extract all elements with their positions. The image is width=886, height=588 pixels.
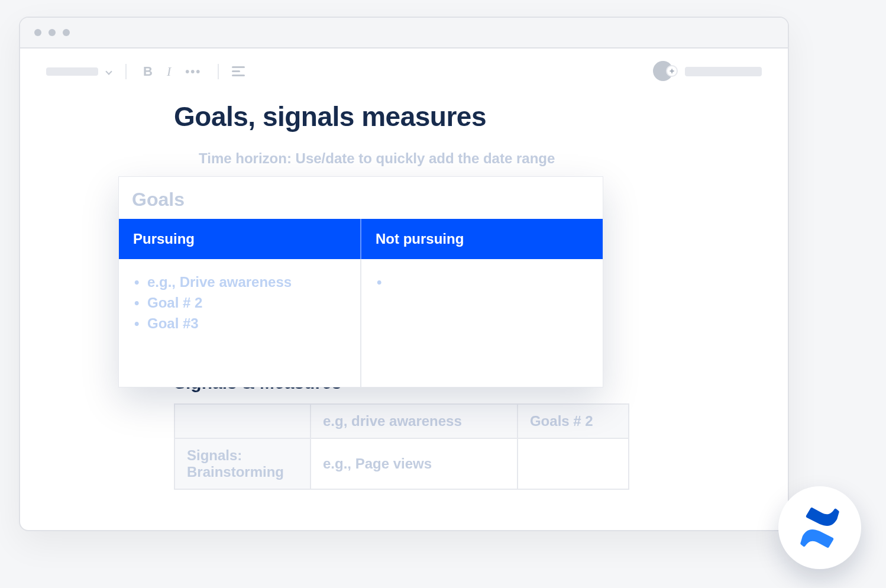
time-horizon-hint[interactable]: Time horizon: Use/date to quickly add th… [174, 150, 750, 167]
signals-measures-table[interactable]: e.g, drive awareness Goals # 2 Signals: … [174, 403, 629, 490]
table-row-label[interactable]: Signals: Brainstorming [174, 438, 311, 489]
goals-col-pursuing-header: Pursuing [119, 219, 360, 259]
italic-button[interactable]: I [163, 64, 174, 79]
list-item[interactable]: e.g., Drive awareness [130, 272, 350, 293]
table-header[interactable]: e.g, drive awareness [311, 404, 518, 438]
goals-body: e.g., Drive awareness Goal # 2 Goal #3 [119, 259, 603, 387]
publish-button[interactable] [685, 67, 762, 76]
traffic-max-icon[interactable] [63, 29, 70, 36]
table-cell[interactable] [518, 438, 629, 489]
table-row: Signals: Brainstorming e.g., Page views [174, 438, 629, 489]
more-format-button[interactable]: ••• [182, 66, 205, 77]
goals-col-notpursuing-header: Not pursuing [360, 219, 603, 259]
titlebar [20, 18, 788, 49]
traffic-close-icon[interactable] [34, 29, 41, 36]
goals-panel: Goals Pursuing Not pursuing e.g., Drive … [118, 176, 603, 387]
editor-toolbar: B I ••• + [20, 49, 788, 95]
pursuing-list: e.g., Drive awareness Goal # 2 Goal #3 [130, 272, 350, 334]
traffic-min-icon[interactable] [48, 29, 56, 36]
table-cell[interactable]: e.g., Page views [311, 438, 518, 489]
goals-panel-title: Goals [119, 177, 603, 219]
table-header[interactable] [174, 404, 311, 438]
toolbar-right: + [653, 61, 762, 82]
goals-header-row: Pursuing Not pursuing [119, 219, 603, 259]
text-style-select[interactable] [46, 67, 98, 76]
chevron-down-icon[interactable] [105, 68, 112, 75]
list-item[interactable]: Goal #3 [130, 314, 350, 334]
table-row: e.g, drive awareness Goals # 2 [174, 404, 629, 438]
divider [125, 64, 127, 79]
bold-button[interactable]: B [140, 64, 156, 79]
toolbar-left: B I ••• [46, 64, 245, 79]
list-item[interactable]: Goal # 2 [130, 293, 350, 314]
confluence-logo-chip [778, 486, 861, 569]
goals-notpursuing-cell[interactable] [360, 259, 603, 387]
page-title[interactable]: Goals, signals measures [174, 101, 750, 133]
divider [218, 64, 219, 79]
avatar-stack[interactable]: + [653, 61, 674, 82]
confluence-icon [797, 505, 843, 551]
goals-pursuing-cell[interactable]: e.g., Drive awareness Goal # 2 Goal #3 [119, 259, 360, 387]
table-header[interactable]: Goals # 2 [518, 404, 629, 438]
align-left-icon[interactable] [232, 66, 245, 77]
add-collaborator-button[interactable]: + [666, 65, 678, 77]
